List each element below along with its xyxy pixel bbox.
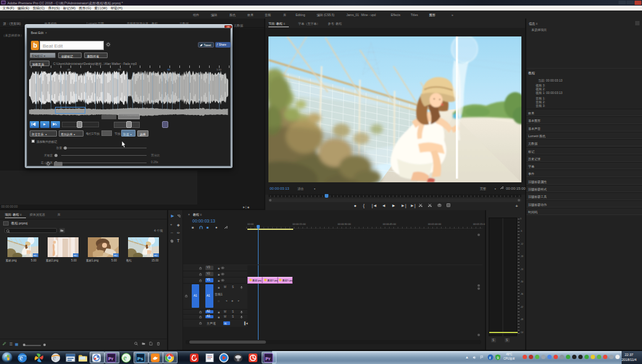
svg-text:e: e — [19, 353, 22, 362]
svg-text:HD: HD — [114, 254, 118, 257]
svg-text:e: e — [123, 353, 126, 362]
svg-text:Ps: Ps — [137, 355, 143, 361]
svg-text:HD: HD — [154, 254, 158, 257]
svg-text:Pr: Pr — [108, 355, 113, 361]
svg-text:HD: HD — [74, 254, 77, 257]
svg-text:Pr: Pr — [265, 355, 270, 361]
svg-text:HD: HD — [33, 254, 37, 257]
